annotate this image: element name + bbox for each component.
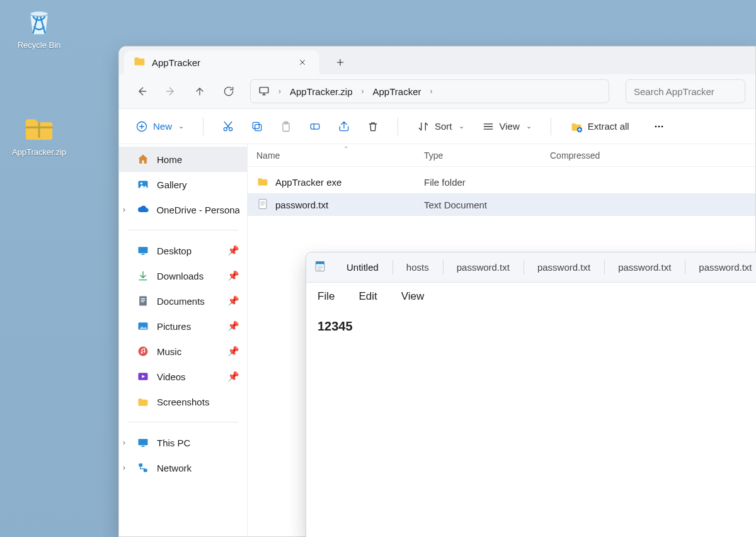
svg-point-14 (658, 125, 660, 127)
new-button-label: New (153, 121, 172, 132)
svg-rect-33 (259, 199, 266, 208)
sidebar-item-screenshots[interactable]: Screenshots (119, 389, 247, 414)
sort-indicator-icon: ⌃ (343, 145, 348, 152)
divider (398, 118, 398, 135)
notepad-tab[interactable]: Untitled (333, 252, 392, 282)
search-placeholder: Search AppTracker (634, 86, 714, 97)
sidebar-item-label: Network (157, 463, 192, 473)
share-button[interactable] (333, 114, 355, 139)
notepad-titlebar: Untitledhostspassword.txtpassword.txtpas… (306, 252, 756, 283)
sort-button[interactable]: Sort ⌄ (412, 114, 469, 139)
svg-rect-11 (311, 123, 319, 128)
chevron-right-icon: › (278, 87, 281, 96)
zip-folder-icon (8, 112, 71, 145)
sidebar-item-network[interactable]: › Network (119, 455, 247, 480)
up-button[interactable] (187, 79, 212, 104)
notepad-tab[interactable]: password.txt (685, 252, 756, 282)
delete-button[interactable] (362, 114, 384, 139)
svg-rect-35 (316, 262, 324, 264)
svg-rect-20 (139, 297, 147, 306)
sidebar-item-gallery[interactable]: Gallery (119, 172, 247, 197)
sort-button-label: Sort (435, 121, 452, 132)
sidebar-item-pictures[interactable]: Pictures 📌 (119, 314, 247, 339)
sidebar-item-desktop[interactable]: Desktop 📌 (119, 238, 247, 263)
file-type: Text Document (424, 200, 550, 210)
file-row[interactable]: AppTracker exeFile folder (248, 171, 755, 193)
desktop-icon-label: AppTracker.zip (8, 147, 71, 157)
breadcrumb-segment[interactable]: AppTracker (373, 86, 421, 97)
sidebar-item-this-pc[interactable]: › This PC (119, 430, 247, 455)
cut-button[interactable] (217, 114, 239, 139)
desktop-icon-label: Recycle Bin (8, 40, 71, 50)
notepad-tab[interactable]: password.txt (604, 252, 685, 282)
sidebar-item-documents[interactable]: Documents 📌 (119, 288, 247, 314)
svg-point-26 (141, 352, 143, 354)
svg-point-17 (140, 183, 142, 184)
view-button-label: View (500, 121, 520, 132)
new-tab-button[interactable] (332, 54, 348, 71)
file-row[interactable]: password.txtText Document (248, 193, 755, 216)
divider (128, 422, 238, 422)
folder-icon (133, 55, 146, 70)
close-tab-button[interactable] (294, 54, 311, 71)
sidebar-item-label: Music (157, 346, 181, 357)
svg-point-0 (30, 11, 48, 16)
menu-file[interactable]: File (318, 290, 335, 303)
search-input[interactable]: Search AppTracker (626, 79, 745, 103)
sidebar-item-onedrive[interactable]: › OneDrive - Personal (119, 197, 247, 222)
notepad-tab[interactable]: hosts (392, 252, 443, 282)
breadcrumb[interactable]: › AppTracker.zip › AppTracker › (250, 79, 609, 103)
pin-icon: 📌 (227, 371, 239, 382)
chevron-right-icon: › (123, 205, 125, 214)
sidebar-item-downloads[interactable]: Downloads 📌 (119, 263, 247, 288)
view-button[interactable]: View ⌄ (477, 114, 537, 139)
notepad-tab[interactable]: password.txt (443, 252, 524, 282)
copy-button[interactable] (246, 114, 268, 139)
rename-button[interactable] (304, 114, 326, 139)
sidebar-item-music[interactable]: Music 📌 (119, 339, 247, 364)
text-file-icon (256, 198, 269, 212)
extract-all-button[interactable]: Extract all (565, 114, 634, 139)
notepad-app-icon (311, 260, 333, 274)
divider (203, 118, 203, 135)
breadcrumb-segment[interactable]: AppTracker.zip (290, 86, 353, 97)
divider (551, 118, 551, 135)
new-button[interactable]: New ⌄ (130, 114, 189, 139)
chevron-right-icon: › (430, 87, 432, 96)
svg-rect-23 (141, 302, 144, 302)
desktop-icon-recycle-bin[interactable]: Recycle Bin (8, 5, 71, 50)
svg-rect-2 (38, 122, 40, 137)
chevron-right-icon: › (123, 463, 125, 472)
svg-rect-29 (139, 439, 148, 445)
menu-edit[interactable]: Edit (358, 290, 377, 303)
paste-button[interactable] (275, 114, 297, 139)
notepad-window: Untitledhostspassword.txtpassword.txtpas… (306, 252, 756, 537)
notepad-editor[interactable]: 12345 (306, 310, 756, 537)
menu-view[interactable]: View (401, 290, 425, 303)
sidebar-item-videos[interactable]: Videos 📌 (119, 364, 247, 389)
more-button[interactable] (648, 114, 670, 139)
sidebar-item-label: Videos (157, 371, 186, 382)
file-name: password.txt (275, 200, 328, 210)
tab-title: AppTracker (152, 57, 288, 68)
notepad-tab[interactable]: password.txt (524, 252, 604, 282)
notepad-menubar: File Edit View (306, 283, 756, 310)
sidebar-item-label: Screenshots (157, 397, 209, 407)
sidebar-item-home[interactable]: Home (119, 147, 247, 172)
window-tab[interactable]: AppTracker (124, 50, 319, 74)
svg-point-27 (144, 351, 146, 353)
column-header-compressed[interactable]: Compressed (550, 150, 755, 161)
svg-rect-32 (144, 469, 147, 472)
column-header-type[interactable]: Type (424, 150, 550, 161)
svg-rect-8 (253, 122, 259, 128)
forward-button[interactable] (158, 79, 183, 104)
column-header-name[interactable]: Name ⌃ (248, 150, 424, 161)
sidebar-item-label: This PC (157, 438, 190, 448)
sidebar-item-label: Pictures (157, 321, 191, 332)
back-button[interactable] (129, 79, 154, 104)
svg-rect-31 (139, 463, 142, 466)
desktop-icon-apptracker-zip[interactable]: AppTracker.zip (8, 112, 71, 157)
svg-point-13 (655, 125, 656, 127)
svg-rect-30 (142, 446, 145, 447)
refresh-button[interactable] (216, 79, 241, 104)
